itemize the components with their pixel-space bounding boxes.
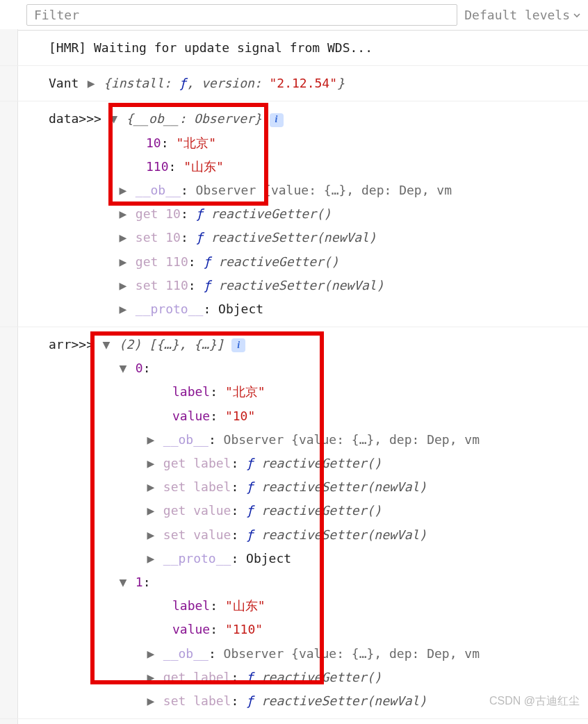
observer-type-2: Observer (196, 183, 256, 197)
vant-prefix: Vant (49, 76, 86, 90)
entry-val-110: "山东" (183, 159, 224, 174)
version-key: version (202, 76, 254, 90)
gs-k: 10 (165, 206, 181, 221)
label-key: label (172, 384, 210, 399)
console-toolbar: Default levels (0, 0, 588, 31)
gs-k: label (193, 456, 231, 470)
observer-type: Observer (194, 111, 254, 126)
gs-fn: reactiveSetter(newVal) (211, 230, 376, 245)
label-val: "山东" (225, 598, 266, 613)
fn-glyph: ƒ (246, 456, 254, 470)
gs-fn: reactiveSetter(newVal) (218, 278, 384, 293)
gs: get (136, 206, 158, 221)
log-line-data: data>>> ▼ {__ob__: Observer} i 10: "北京" … (0, 101, 588, 327)
collapse-icon[interactable]: ▼ (118, 570, 128, 594)
log-levels-dropdown[interactable]: Default levels (464, 8, 581, 22)
arr-idx-1: 1 (136, 575, 143, 589)
filter-input[interactable] (26, 4, 457, 26)
gs-k: label (193, 670, 231, 684)
expand-icon[interactable]: ▶ (146, 499, 156, 523)
gs-fn: reactiveGetter() (261, 456, 382, 470)
gs-fn: reactiveSetter(newVal) (261, 479, 427, 494)
proto-val: Object (246, 551, 291, 566)
observer-tail: {value: {…}, dep: Dep, vm (263, 183, 452, 197)
expand-icon[interactable]: ▶ (146, 642, 156, 666)
log-line-arr: arr>>> ▼ (2) [{…}, {…}] i ▼ 0: label: "北… (0, 327, 588, 719)
gs: get (163, 670, 186, 684)
ob-key: __ob__ (133, 111, 179, 126)
gs-k: label (193, 479, 231, 494)
expand-icon[interactable]: ▶ (146, 428, 156, 452)
proto-key: __proto__ (163, 551, 231, 566)
log-line-vant: Vant ▶ {install: ƒ, version: "2.12.54"} (0, 66, 588, 101)
arr-header: (2) [{…}, {…}] (119, 337, 224, 352)
ob-key-dim: __ob__ (163, 432, 209, 447)
proto-val: Object (218, 302, 263, 316)
observer-tail-3: {value: {…}, dep: Dep, vm (291, 646, 480, 661)
label-key: label (172, 598, 210, 613)
expand-icon[interactable]: ▶ (118, 250, 128, 274)
fn-glyph: ƒ (179, 76, 186, 90)
expand-icon[interactable]: ▶ (118, 274, 128, 297)
gs-fn: reactiveGetter() (261, 670, 382, 684)
gs: set (136, 230, 158, 245)
gs-k: label (193, 693, 231, 708)
hmr-text: [HMR] Waiting for update signal from WDS… (49, 40, 373, 55)
expand-icon[interactable]: ▶ (146, 475, 156, 499)
info-icon[interactable]: i (270, 113, 284, 127)
gs-k: value (193, 527, 231, 542)
label-val: "北京" (225, 384, 266, 399)
observer-type-3: Observer (224, 432, 284, 447)
expand-icon[interactable]: ▶ (86, 72, 96, 95)
collapse-icon[interactable]: ▼ (118, 356, 128, 380)
gs-fn: reactiveSetter(newVal) (261, 527, 427, 542)
value-val: "10" (225, 409, 255, 423)
gs: get (163, 503, 186, 518)
gs-k: value (193, 503, 231, 518)
fn-glyph: ƒ (203, 254, 211, 269)
gs: set (163, 527, 186, 542)
expand-icon[interactable]: ▶ (146, 666, 156, 689)
fn-glyph: ƒ (246, 527, 254, 542)
gs-k: 110 (165, 278, 188, 293)
expand-icon[interactable]: ▶ (146, 689, 156, 713)
gs: get (136, 254, 158, 269)
gs-fn: reactiveGetter() (261, 503, 382, 518)
expand-icon[interactable]: ▶ (146, 523, 156, 547)
observer-type-4: Observer (224, 646, 284, 661)
expand-icon[interactable]: ▶ (118, 226, 128, 249)
arr-idx-0: 0 (136, 361, 143, 375)
levels-label: Default levels (464, 8, 570, 22)
fn-glyph: ƒ (246, 479, 254, 494)
expand-icon[interactable]: ▶ (146, 452, 156, 475)
value-key: value (172, 622, 210, 636)
info-icon[interactable]: i (231, 338, 245, 352)
console-body: [HMR] Waiting for update signal from WDS… (0, 31, 588, 719)
entry-val-10: "北京" (176, 135, 216, 150)
fn-glyph: ƒ (246, 503, 254, 518)
fn-glyph: ƒ (196, 230, 204, 245)
gs: set (163, 479, 186, 494)
log-line-hmr: [HMR] Waiting for update signal from WDS… (0, 31, 588, 66)
chevron-down-icon (573, 11, 581, 19)
expand-icon[interactable]: ▶ (118, 179, 128, 202)
gs-k: 110 (165, 254, 188, 269)
fn-glyph: ƒ (203, 278, 211, 293)
ob-key-dim: __ob__ (136, 183, 181, 197)
collapse-icon[interactable]: ▼ (109, 107, 119, 131)
watermark: CSDN @古迪红尘 (489, 694, 580, 709)
collapse-icon[interactable]: ▼ (101, 333, 111, 356)
observer-tail-2: {value: {…}, dep: Dep, vm (291, 432, 480, 447)
expand-icon[interactable]: ▶ (146, 547, 156, 570)
expand-icon[interactable]: ▶ (118, 202, 128, 226)
expand-icon[interactable]: ▶ (118, 297, 128, 321)
entry-key-110: 110 (146, 159, 169, 174)
proto-key: __proto__ (136, 302, 204, 316)
arr-prefix: arr>>> (49, 337, 101, 352)
gs-fn: reactiveGetter() (211, 206, 331, 221)
gs: set (163, 693, 186, 708)
gs: set (136, 278, 158, 293)
gs: get (163, 456, 186, 470)
fn-glyph: ƒ (246, 670, 254, 684)
data-prefix: data>>> (49, 111, 109, 126)
